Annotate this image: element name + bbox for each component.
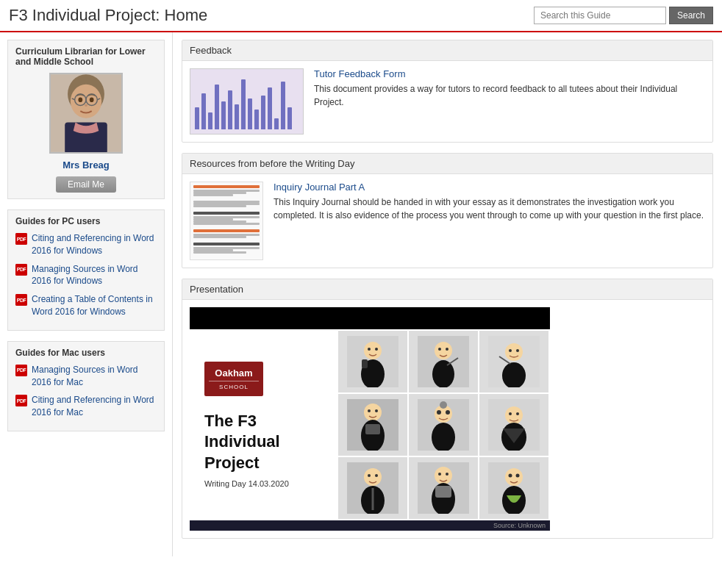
feedback-thumbnail	[190, 68, 304, 135]
thumb-line	[193, 194, 233, 196]
chart-bar	[241, 79, 246, 129]
feedback-item: Tutor Feedback Form This document provid…	[190, 68, 705, 135]
pc-guide-item-3: PDF Creating a Table of Contents in Word…	[15, 293, 157, 318]
chart-bar	[254, 110, 259, 129]
svg-point-20	[432, 360, 454, 387]
presentation-top-bar	[190, 307, 550, 329]
cartoon-svg	[488, 336, 540, 387]
feedback-title: Tutor Feedback Form	[314, 68, 705, 79]
librarian-section: Curriculum Librarian for Lower and Middl…	[7, 40, 165, 199]
cartoon-svg	[347, 336, 398, 387]
chart-bar	[261, 96, 265, 129]
svg-rect-17	[362, 359, 368, 368]
resource-description: This Inquiry Journal should be handed in…	[274, 196, 705, 222]
svg-point-15	[368, 348, 371, 351]
feedback-chart	[190, 69, 303, 134]
resource-thumbnail	[190, 182, 263, 260]
librarian-name: Mrs Breag	[15, 159, 157, 171]
presentation-section: Presentation Oakham SCHOOL The F3 Indivi…	[182, 279, 713, 539]
pres-cell-7	[338, 457, 407, 519]
svg-point-34	[375, 409, 378, 412]
librarian-photo	[49, 73, 123, 154]
feedback-section: Feedback	[182, 40, 713, 143]
search-bar: Search	[534, 7, 713, 24]
resource-title: Inquiry Journal Part A	[274, 182, 705, 193]
cartoon-svg	[347, 399, 398, 451]
thumb-line	[193, 229, 260, 232]
presentation-section-body: Oakham SCHOOL The F3 Individual Project …	[182, 300, 712, 538]
email-me-button[interactable]: Email Me	[56, 176, 116, 193]
svg-point-25	[505, 343, 523, 361]
feedback-link[interactable]: Tutor Feedback Form	[314, 68, 406, 79]
mac-guide-link-1[interactable]: Managing Sources in Word 2016 for Mac	[32, 365, 138, 387]
thumb-line	[193, 205, 246, 207]
presentation-box: Oakham SCHOOL The F3 Individual Project …	[190, 307, 550, 531]
svg-rect-58	[435, 486, 451, 498]
librarian-section-title: Curriculum Librarian for Lower and Middl…	[15, 46, 157, 67]
resources-section-body: Inquiry Journal Part A This Inquiry Jour…	[182, 174, 712, 268]
sidebar: Curriculum Librarian for Lower and Middl…	[0, 32, 173, 556]
main-content: Feedback	[173, 32, 722, 556]
chart-bar	[201, 93, 206, 129]
mac-guides-list: PDF Managing Sources in Word 2016 for Ma…	[15, 364, 157, 419]
presentation-left: Oakham SCHOOL The F3 Individual Project …	[190, 329, 337, 520]
pres-cell-6	[479, 394, 548, 456]
svg-point-39	[437, 410, 441, 415]
pres-cell-5	[409, 394, 478, 456]
resources-section-header: Resources from before the Writing Day	[182, 154, 712, 174]
pc-guide-item-2: PDF Managing Sources in Word 2016 for Wi…	[15, 263, 157, 288]
svg-point-56	[438, 473, 441, 476]
pc-guide-link-1[interactable]: Citing and Referencing in Word 2016 for …	[32, 233, 154, 256]
chart-bar	[195, 107, 199, 129]
source-label: Source: Unknown	[190, 520, 550, 531]
cartoon-svg	[418, 462, 469, 514]
pc-guide-link-2[interactable]: Managing Sources in Word 2016 for Window…	[32, 264, 138, 287]
resource-thumb-lines	[193, 185, 260, 257]
school-sub: SCHOOL	[209, 381, 259, 390]
search-input[interactable]	[534, 7, 666, 24]
feedback-section-header: Feedback	[182, 40, 712, 61]
cartoon-svg	[418, 336, 469, 387]
presentation-right	[337, 329, 550, 520]
thumb-section	[193, 201, 260, 207]
chart-bar	[228, 90, 232, 129]
mac-guides-section: Guides for Mac users PDF Managing Source…	[7, 341, 165, 431]
pres-cell-1	[338, 331, 407, 392]
svg-point-31	[364, 404, 382, 421]
pc-guide-link-3[interactable]: Creating a Table of Contents in Word 201…	[32, 294, 153, 317]
pdf-icon: PDF	[15, 365, 27, 376]
chart-bar	[215, 85, 219, 129]
thumb-section	[193, 212, 260, 225]
feedback-description: This document provides a way for tutors …	[314, 82, 705, 109]
presentation-writing-day: Writing Day 14.03.2020	[204, 479, 322, 488]
chart-bar	[287, 107, 292, 129]
thumb-section	[193, 185, 260, 196]
thumb-line	[193, 185, 260, 188]
thumb-line	[193, 243, 260, 245]
feedback-section-body: Tutor Feedback Form This document provid…	[182, 61, 712, 142]
svg-point-50	[368, 474, 371, 477]
pres-cell-3	[479, 331, 548, 392]
svg-point-62	[509, 474, 512, 478]
page-header: F3 Individual Project: Home Search	[0, 0, 722, 32]
search-button[interactable]: Search	[669, 7, 713, 24]
feedback-info: Tutor Feedback Form This document provid…	[314, 68, 705, 109]
svg-point-51	[375, 474, 378, 477]
mac-guide-item-2: PDF Citing and Referencing in Word 2016 …	[15, 394, 157, 419]
librarian-avatar-svg	[51, 74, 121, 152]
chart-bar	[235, 104, 239, 129]
thumb-line	[193, 251, 246, 254]
chart-bar	[281, 82, 285, 129]
cartoon-svg	[347, 462, 398, 514]
presentation-section-header: Presentation	[182, 279, 712, 300]
mac-guide-link-2[interactable]: Citing and Referencing in Word 2016 for …	[32, 395, 154, 417]
oakham-badge: Oakham SCHOOL	[204, 362, 263, 396]
svg-point-27	[509, 349, 512, 352]
pres-cell-2	[409, 331, 478, 392]
resource-link[interactable]: Inquiry Journal Part A	[274, 182, 365, 193]
layout: Curriculum Librarian for Lower and Middl…	[0, 32, 722, 556]
svg-point-22	[446, 348, 448, 351]
svg-point-6	[85, 104, 87, 107]
svg-point-21	[438, 348, 441, 351]
chart-bar	[208, 112, 212, 129]
